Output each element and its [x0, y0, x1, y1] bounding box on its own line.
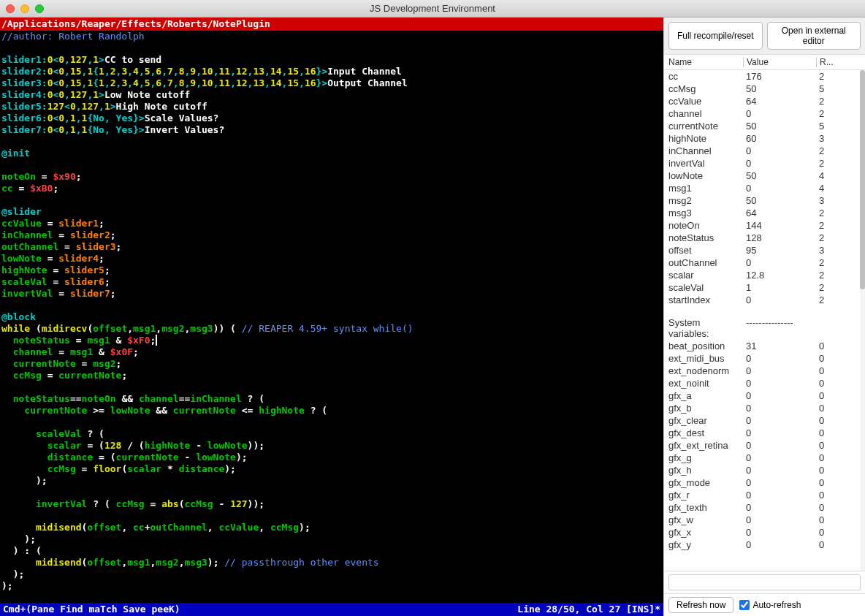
table-row[interactable]: beat_position310	[664, 340, 865, 352]
window-controls	[6, 4, 44, 13]
table-row[interactable]: offset953	[664, 244, 865, 256]
table-row[interactable]: gfx_g00	[664, 452, 865, 464]
table-row[interactable]: gfx_ext_retina00	[664, 439, 865, 452]
table-row[interactable]: scalar12.82	[664, 269, 865, 281]
minimize-icon[interactable]	[20, 4, 29, 13]
table-row[interactable]: gfx_dest00	[664, 427, 865, 439]
debug-toolbar: Full recompile/reset Open in external ed…	[664, 18, 865, 55]
table-row[interactable]: scaleVal12	[664, 281, 865, 294]
table-row[interactable]: gfx_w00	[664, 514, 865, 526]
table-row[interactable]: gfx_y00	[664, 539, 865, 551]
table-row[interactable]: msg2503	[664, 194, 865, 207]
table-row[interactable]: inChannel02	[664, 145, 865, 157]
status-right: Line 28/50, Col 27 [INS]*	[517, 604, 660, 615]
open-external-button[interactable]: Open in external editor	[767, 22, 861, 50]
table-row[interactable]: gfx_x00	[664, 526, 865, 539]
table-row[interactable]: gfx_b00	[664, 402, 865, 414]
window-title: JS Development Environment	[0, 3, 865, 14]
scrollbar-thumb[interactable]	[860, 70, 865, 289]
filter-input[interactable]	[668, 574, 861, 590]
table-row[interactable]: gfx_a00	[664, 389, 865, 402]
table-row[interactable]: ext_midi_bus00	[664, 352, 865, 365]
editor-statusbar: Cmd+(Pane Find maTch Save peeK) Line 28/…	[0, 603, 663, 616]
titlebar: JS Development Environment	[0, 0, 865, 18]
autorefresh-checkbox[interactable]: Auto-refresh	[739, 600, 801, 610]
sysvars-label: System variables: ---------------	[664, 316, 865, 340]
block-section: @block	[1, 311, 36, 322]
var-table[interactable]: cc1762ccMsg505ccValue642channel02current…	[664, 70, 865, 571]
table-row[interactable]: currentNote505	[664, 120, 865, 132]
table-row[interactable]: msg104	[664, 182, 865, 194]
bottom-row: Refresh now Auto-refresh	[664, 593, 865, 616]
table-row[interactable]: cc1762	[664, 70, 865, 83]
table-row[interactable]: channel02	[664, 107, 865, 120]
table-row[interactable]: ext_noinit00	[664, 377, 865, 389]
table-row[interactable]: gfx_clear00	[664, 414, 865, 427]
zoom-icon[interactable]	[35, 4, 44, 13]
header-value[interactable]: Value	[743, 57, 816, 67]
header-name[interactable]: Name	[668, 57, 743, 67]
slider-section: @slider	[1, 206, 42, 217]
file-path: /Applications/Reaper/Effects/Roberts/Not…	[0, 18, 663, 31]
refresh-button[interactable]: Refresh now	[668, 597, 733, 613]
author-comment: //author: Robert Randolph	[1, 31, 145, 42]
code-content[interactable]: //author: Robert Randolph slider1:0<0,12…	[0, 31, 663, 603]
sidebar-scrollbar[interactable]	[860, 70, 865, 571]
code-editor[interactable]: /Applications/Reaper/Effects/Roberts/Not…	[0, 18, 663, 616]
table-row[interactable]: ccMsg505	[664, 83, 865, 95]
text-cursor	[156, 335, 157, 346]
table-row[interactable]: msg3642	[664, 207, 865, 219]
table-row[interactable]: ccValue642	[664, 95, 865, 107]
var-table-header[interactable]: Name Value R...	[664, 55, 865, 70]
table-row[interactable]: gfx_mode00	[664, 476, 865, 489]
filter-row	[664, 571, 865, 593]
table-row[interactable]: highNote603	[664, 132, 865, 145]
table-row[interactable]: gfx_r00	[664, 489, 865, 501]
init-section: @init	[1, 148, 30, 159]
header-refs[interactable]: R...	[816, 57, 861, 67]
table-row[interactable]: gfx_h00	[664, 464, 865, 476]
table-row[interactable]: noteOn1442	[664, 219, 865, 232]
table-row[interactable]: outChannel02	[664, 256, 865, 269]
table-row[interactable]: gfx_texth00	[664, 501, 865, 514]
table-row[interactable]: lowNote504	[664, 170, 865, 182]
table-row[interactable]: startIndex02	[664, 294, 865, 306]
autorefresh-input[interactable]	[739, 600, 750, 610]
slider-def: slider1:	[1, 54, 47, 65]
table-row[interactable]: invertVal02	[664, 157, 865, 170]
debug-sidepanel: Full recompile/reset Open in external ed…	[663, 18, 865, 616]
close-icon[interactable]	[6, 4, 15, 13]
recompile-button[interactable]: Full recompile/reset	[668, 22, 763, 50]
status-left: Cmd+(Pane Find maTch Save peeK)	[3, 604, 180, 615]
table-row[interactable]: noteStatus1282	[664, 232, 865, 244]
main-area: /Applications/Reaper/Effects/Roberts/Not…	[0, 18, 865, 616]
table-row[interactable]: ext_nodenorm00	[664, 365, 865, 377]
